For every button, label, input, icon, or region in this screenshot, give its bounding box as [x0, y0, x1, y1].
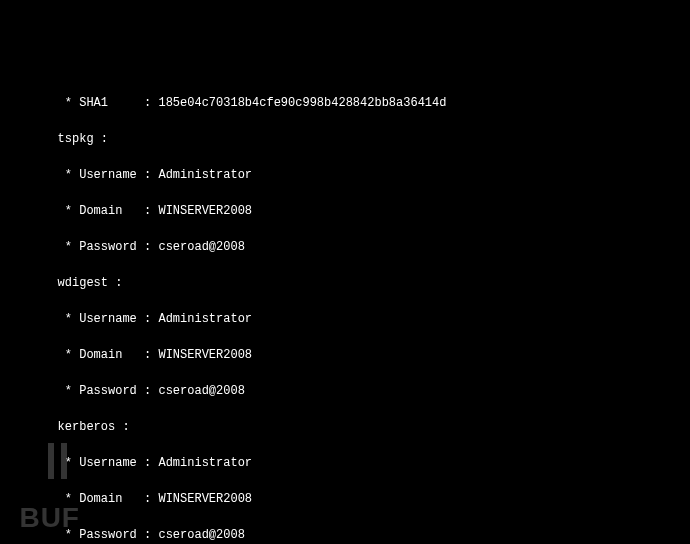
output-line: kerberos :: [0, 418, 690, 436]
output-line: * Password : cseroad@2008: [0, 526, 690, 544]
output-line: tspkg :: [0, 130, 690, 148]
output-line: * Username : Administrator: [0, 166, 690, 184]
output-line: * Password : cseroad@2008: [0, 238, 690, 256]
output-line: * Password : cseroad@2008: [0, 382, 690, 400]
output-line: * Username : Administrator: [0, 454, 690, 472]
output-line: * Domain : WINSERVER2008: [0, 202, 690, 220]
output-line: * Domain : WINSERVER2008: [0, 490, 690, 508]
terminal-output: * SHA1 : 185e04c70318b4cfe90c998b428842b…: [0, 76, 690, 544]
output-line: wdigest :: [0, 274, 690, 292]
output-line: * Domain : WINSERVER2008: [0, 346, 690, 364]
output-line: * SHA1 : 185e04c70318b4cfe90c998b428842b…: [0, 94, 690, 112]
output-line: * Username : Administrator: [0, 310, 690, 328]
